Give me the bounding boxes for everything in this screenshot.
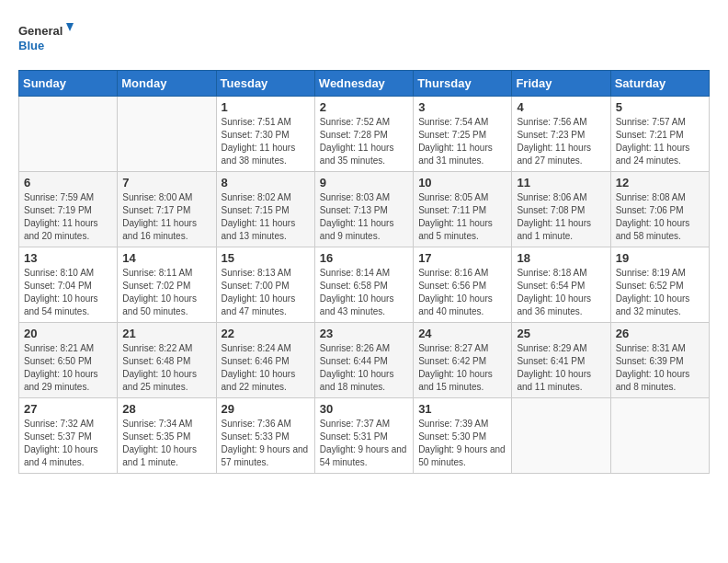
day-info: Sunrise: 8:24 AM Sunset: 6:46 PM Dayligh… <box>222 342 310 394</box>
day-info: Sunrise: 8:14 AM Sunset: 6:58 PM Dayligh… <box>320 267 408 318</box>
day-number: 27 <box>24 402 112 416</box>
day-number: 19 <box>616 251 704 265</box>
day-number: 26 <box>616 327 704 340</box>
day-number: 10 <box>418 176 506 190</box>
calendar-cell: 14Sunrise: 8:11 AM Sunset: 7:02 PM Dayli… <box>118 247 216 323</box>
calendar-week-row: 1Sunrise: 7:51 AM Sunset: 7:30 PM Daylig… <box>19 97 710 172</box>
calendar-cell: 26Sunrise: 8:31 AM Sunset: 6:39 PM Dayli… <box>610 323 709 398</box>
day-info: Sunrise: 8:19 AM Sunset: 6:52 PM Dayligh… <box>616 267 704 318</box>
day-number: 20 <box>24 327 112 340</box>
calendar-table: SundayMondayTuesdayWednesdayThursdayFrid… <box>18 70 710 474</box>
day-info: Sunrise: 8:11 AM Sunset: 7:02 PM Dayligh… <box>122 267 210 318</box>
calendar-cell: 21Sunrise: 8:22 AM Sunset: 6:48 PM Dayli… <box>118 323 216 398</box>
calendar-week-row: 27Sunrise: 7:32 AM Sunset: 5:37 PM Dayli… <box>19 398 710 474</box>
calendar-cell <box>19 97 118 172</box>
svg-marker-2 <box>66 23 74 31</box>
calendar-cell: 29Sunrise: 7:36 AM Sunset: 5:33 PM Dayli… <box>216 398 314 474</box>
day-number: 29 <box>222 402 310 416</box>
day-info: Sunrise: 7:54 AM Sunset: 7:25 PM Dayligh… <box>418 116 506 167</box>
calendar-cell: 7Sunrise: 8:00 AM Sunset: 7:17 PM Daylig… <box>118 172 216 247</box>
day-info: Sunrise: 7:57 AM Sunset: 7:21 PM Dayligh… <box>616 116 704 167</box>
calendar-cell: 13Sunrise: 8:10 AM Sunset: 7:04 PM Dayli… <box>19 247 118 323</box>
day-info: Sunrise: 7:32 AM Sunset: 5:37 PM Dayligh… <box>24 418 112 469</box>
day-number: 30 <box>320 402 408 416</box>
weekday-header: Tuesday <box>216 71 314 97</box>
calendar-cell <box>118 97 216 172</box>
calendar-cell: 27Sunrise: 7:32 AM Sunset: 5:37 PM Dayli… <box>19 398 118 474</box>
day-number: 21 <box>122 327 210 340</box>
day-number: 4 <box>517 100 605 114</box>
day-info: Sunrise: 7:56 AM Sunset: 7:23 PM Dayligh… <box>517 116 605 167</box>
day-info: Sunrise: 8:18 AM Sunset: 6:54 PM Dayligh… <box>517 267 605 318</box>
calendar-cell: 28Sunrise: 7:34 AM Sunset: 5:35 PM Dayli… <box>118 398 216 474</box>
day-number: 2 <box>320 100 408 114</box>
calendar-cell: 8Sunrise: 8:02 AM Sunset: 7:15 PM Daylig… <box>216 172 314 247</box>
calendar-cell: 10Sunrise: 8:05 AM Sunset: 7:11 PM Dayli… <box>414 172 512 247</box>
day-info: Sunrise: 8:13 AM Sunset: 7:00 PM Dayligh… <box>222 267 310 318</box>
day-info: Sunrise: 8:08 AM Sunset: 7:06 PM Dayligh… <box>616 191 704 243</box>
page-header: General Blue <box>18 18 710 55</box>
day-number: 11 <box>517 176 605 190</box>
calendar-cell: 17Sunrise: 8:16 AM Sunset: 6:56 PM Dayli… <box>414 247 512 323</box>
day-number: 22 <box>222 327 310 340</box>
day-info: Sunrise: 7:37 AM Sunset: 5:31 PM Dayligh… <box>320 418 408 469</box>
weekday-header: Wednesday <box>314 71 413 97</box>
day-number: 16 <box>320 251 408 265</box>
calendar-cell: 31Sunrise: 7:39 AM Sunset: 5:30 PM Dayli… <box>414 398 512 474</box>
svg-text:General: General <box>18 24 63 38</box>
calendar-cell: 30Sunrise: 7:37 AM Sunset: 5:31 PM Dayli… <box>314 398 413 474</box>
calendar-week-row: 6Sunrise: 7:59 AM Sunset: 7:19 PM Daylig… <box>19 172 710 247</box>
calendar-cell: 2Sunrise: 7:52 AM Sunset: 7:28 PM Daylig… <box>314 97 413 172</box>
day-number: 28 <box>122 402 210 416</box>
day-info: Sunrise: 7:39 AM Sunset: 5:30 PM Dayligh… <box>418 418 506 469</box>
weekday-header: Saturday <box>610 71 709 97</box>
day-number: 8 <box>222 176 310 190</box>
calendar-cell <box>512 398 610 474</box>
day-number: 12 <box>616 176 704 190</box>
weekday-header: Friday <box>512 71 610 97</box>
day-info: Sunrise: 7:59 AM Sunset: 7:19 PM Dayligh… <box>24 191 112 243</box>
day-info: Sunrise: 8:21 AM Sunset: 6:50 PM Dayligh… <box>24 342 112 394</box>
day-number: 17 <box>418 251 506 265</box>
calendar-week-row: 13Sunrise: 8:10 AM Sunset: 7:04 PM Dayli… <box>19 247 710 323</box>
calendar-cell: 24Sunrise: 8:27 AM Sunset: 6:42 PM Dayli… <box>414 323 512 398</box>
day-number: 3 <box>418 100 506 114</box>
logo-svg: General Blue <box>18 18 74 55</box>
calendar-cell: 19Sunrise: 8:19 AM Sunset: 6:52 PM Dayli… <box>610 247 709 323</box>
calendar-cell: 25Sunrise: 8:29 AM Sunset: 6:41 PM Dayli… <box>512 323 610 398</box>
calendar-cell: 12Sunrise: 8:08 AM Sunset: 7:06 PM Dayli… <box>610 172 709 247</box>
weekday-header: Monday <box>118 71 216 97</box>
day-info: Sunrise: 8:29 AM Sunset: 6:41 PM Dayligh… <box>517 342 605 394</box>
day-info: Sunrise: 8:02 AM Sunset: 7:15 PM Dayligh… <box>222 191 310 243</box>
calendar-cell <box>610 398 709 474</box>
day-number: 24 <box>418 327 506 340</box>
day-info: Sunrise: 8:22 AM Sunset: 6:48 PM Dayligh… <box>122 342 210 394</box>
weekday-header: Sunday <box>19 71 118 97</box>
calendar-cell: 9Sunrise: 8:03 AM Sunset: 7:13 PM Daylig… <box>314 172 413 247</box>
weekday-header: Thursday <box>414 71 512 97</box>
calendar-cell: 23Sunrise: 8:26 AM Sunset: 6:44 PM Dayli… <box>314 323 413 398</box>
day-info: Sunrise: 8:00 AM Sunset: 7:17 PM Dayligh… <box>122 191 210 243</box>
weekday-header-row: SundayMondayTuesdayWednesdayThursdayFrid… <box>19 71 710 97</box>
day-number: 18 <box>517 251 605 265</box>
day-info: Sunrise: 8:27 AM Sunset: 6:42 PM Dayligh… <box>418 342 506 394</box>
calendar-cell: 4Sunrise: 7:56 AM Sunset: 7:23 PM Daylig… <box>512 97 610 172</box>
day-info: Sunrise: 8:26 AM Sunset: 6:44 PM Dayligh… <box>320 342 408 394</box>
day-number: 15 <box>222 251 310 265</box>
calendar-cell: 16Sunrise: 8:14 AM Sunset: 6:58 PM Dayli… <box>314 247 413 323</box>
day-info: Sunrise: 8:03 AM Sunset: 7:13 PM Dayligh… <box>320 191 408 243</box>
day-info: Sunrise: 7:51 AM Sunset: 7:30 PM Dayligh… <box>222 116 310 167</box>
calendar-cell: 20Sunrise: 8:21 AM Sunset: 6:50 PM Dayli… <box>19 323 118 398</box>
calendar-cell: 5Sunrise: 7:57 AM Sunset: 7:21 PM Daylig… <box>610 97 709 172</box>
day-info: Sunrise: 8:06 AM Sunset: 7:08 PM Dayligh… <box>517 191 605 243</box>
day-info: Sunrise: 8:05 AM Sunset: 7:11 PM Dayligh… <box>418 191 506 243</box>
calendar-week-row: 20Sunrise: 8:21 AM Sunset: 6:50 PM Dayli… <box>19 323 710 398</box>
day-number: 9 <box>320 176 408 190</box>
day-number: 5 <box>616 100 704 114</box>
calendar-cell: 6Sunrise: 7:59 AM Sunset: 7:19 PM Daylig… <box>19 172 118 247</box>
calendar-cell: 3Sunrise: 7:54 AM Sunset: 7:25 PM Daylig… <box>414 97 512 172</box>
day-info: Sunrise: 8:31 AM Sunset: 6:39 PM Dayligh… <box>616 342 704 394</box>
day-info: Sunrise: 8:10 AM Sunset: 7:04 PM Dayligh… <box>24 267 112 318</box>
day-number: 23 <box>320 327 408 340</box>
day-number: 14 <box>122 251 210 265</box>
